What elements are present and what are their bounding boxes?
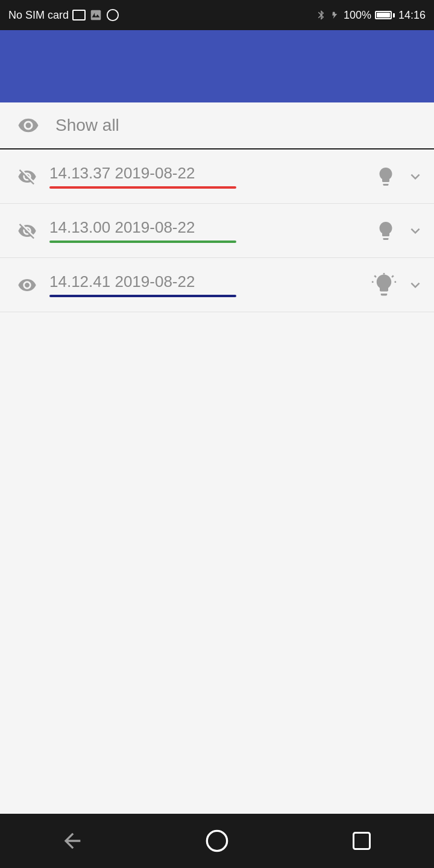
bulb-active-icon-2[interactable] [371,272,397,298]
color-bar-1 [49,241,236,243]
charge-icon [330,8,340,22]
right-icons-1 [375,220,424,242]
version-item[interactable]: 14.13.37 2019-08-22 [0,149,434,204]
data-icon [106,8,119,22]
version-label-1: 14.13.00 2019-08-22 [49,218,375,237]
version-info-0: 14.13.37 2019-08-22 [45,164,375,189]
status-bar-left: No SIM card [8,8,119,22]
color-bar-0 [49,186,236,189]
right-icons-0 [375,166,424,187]
battery-percent: 100% [344,9,371,22]
version-info-1: 14.13.00 2019-08-22 [45,218,375,243]
version-item[interactable]: 14.12.41 2019-08-22 [0,258,434,312]
version-label-2: 14.12.41 2019-08-22 [49,272,371,291]
sim-icon [72,10,86,20]
version-label-0: 14.13.37 2019-08-22 [49,164,375,183]
svg-point-0 [107,10,118,20]
show-all-row[interactable]: Show all [0,102,434,148]
status-bar: No SIM card 100% 14:16 [0,0,434,30]
battery-icon [375,11,395,19]
photo-icon [89,8,102,22]
version-item[interactable]: 14.13.00 2019-08-22 [0,204,434,258]
svg-rect-7 [354,833,370,849]
recent-button[interactable] [338,823,386,859]
empty-space [0,312,434,814]
bulb-icon-1[interactable] [375,220,397,242]
show-all-eye-icon [14,115,42,136]
color-bar-2 [49,295,236,297]
svg-line-3 [392,275,394,277]
svg-line-2 [374,275,376,277]
eye-icon-0[interactable] [10,167,45,186]
chevron-down-icon-1[interactable] [406,222,424,240]
nav-bar [0,814,434,868]
app-header [0,30,434,102]
show-all-label: Show all [55,116,119,135]
right-icons-2 [371,272,424,298]
eye-icon-1[interactable] [10,221,45,241]
status-bar-right: 100% 14:16 [316,8,426,22]
bluetooth-icon [316,8,327,22]
back-button[interactable] [48,823,96,859]
time-display: 14:16 [398,9,426,22]
svg-point-6 [207,831,227,851]
chevron-down-icon-0[interactable] [406,168,424,186]
carrier-text: No SIM card [8,9,69,22]
eye-icon-2[interactable] [10,275,45,295]
bulb-icon-0[interactable] [375,166,397,187]
home-button[interactable] [193,823,241,859]
main-content: Show all 14.13.37 2019-08-22 [0,102,434,814]
version-info-2: 14.12.41 2019-08-22 [45,272,371,297]
chevron-down-icon-2[interactable] [406,276,424,294]
